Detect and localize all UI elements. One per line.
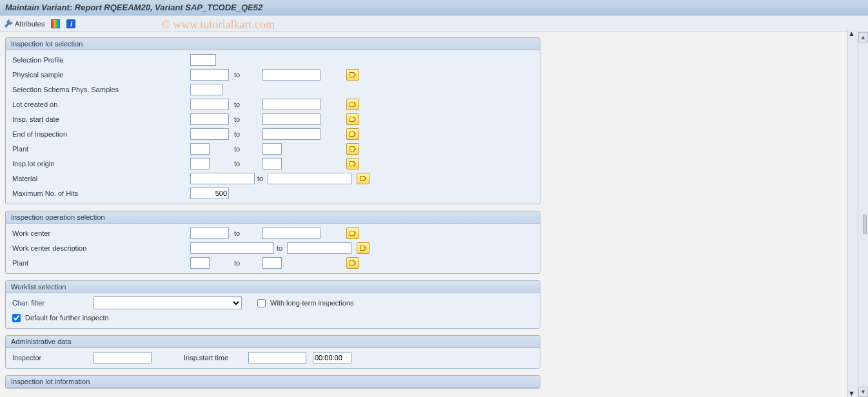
group-worklist: Worklist selection Char. filter With lon… — [5, 280, 540, 329]
label-insp-lot-origin: Insp.lot origin — [10, 160, 158, 168]
group-title: Inspection lot information — [6, 376, 540, 388]
input-plant-to[interactable] — [262, 143, 282, 155]
input-inspector[interactable] — [94, 352, 152, 363]
input-max-hits[interactable] — [190, 188, 229, 199]
group-title: Administrative data — [6, 336, 540, 348]
input-insp-start-from[interactable] — [190, 113, 229, 125]
input-selection-profile[interactable] — [190, 54, 216, 66]
input-end-insp-to[interactable] — [262, 128, 321, 140]
multi-select-button[interactable] — [346, 158, 359, 169]
label-physical-sample: Physical sample — [10, 71, 158, 79]
to-label: to — [229, 229, 262, 237]
label-insp-start-time: Insp.start time — [184, 354, 248, 362]
input-insp-start-time-1[interactable] — [248, 352, 306, 363]
color-legend-icon[interactable] — [51, 19, 60, 28]
page-title: Maintain Variant: Report RQEEAM20, Varia… — [5, 3, 262, 12]
input-end-insp-from[interactable] — [190, 128, 229, 140]
input-physical-sample-from[interactable] — [190, 69, 229, 81]
input-plant-from[interactable] — [190, 143, 210, 155]
right-pane: ▲ ▼ — [540, 32, 868, 397]
label-lot-created-on: Lot created on — [10, 101, 158, 108]
multi-select-button[interactable] — [357, 173, 370, 184]
input-lot-created-to[interactable] — [262, 99, 321, 110]
multi-select-button[interactable] — [346, 228, 359, 239]
title-bar: Maintain Variant: Report RQEEAM20, Varia… — [0, 0, 868, 15]
label-work-center: Work center — [10, 229, 158, 237]
checkbox-default-further[interactable] — [12, 314, 21, 322]
group-lot-info: Inspection lot information — [5, 375, 540, 389]
multi-select-button[interactable] — [346, 113, 359, 125]
scroll-grip[interactable] — [863, 215, 867, 234]
to-label: to — [229, 101, 262, 108]
group-admin: Administrative data Inspector Insp.start… — [5, 335, 540, 369]
checkbox-long-term[interactable] — [257, 299, 266, 307]
info-icon[interactable]: i — [66, 19, 75, 28]
group-inspection-lot: Inspection lot selection Selection Profi… — [5, 37, 540, 204]
inner-scrollbar[interactable]: ▲ ▼ — [847, 30, 858, 397]
multi-select-button[interactable] — [346, 143, 359, 155]
select-char-filter[interactable] — [94, 296, 242, 309]
to-label: to — [255, 175, 268, 182]
to-label: to — [274, 244, 287, 252]
input-physical-sample-to[interactable] — [262, 69, 321, 81]
outer-scrollbar[interactable]: ▲ ▼ — [858, 32, 868, 397]
input-work-center-from[interactable] — [190, 228, 229, 239]
main-content: Inspection lot selection Selection Profi… — [0, 32, 540, 397]
label-inspector: Inspector — [10, 354, 94, 362]
group-title: Inspection lot selection — [6, 38, 540, 50]
input-insp-start-time-2[interactable] — [313, 352, 351, 363]
group-title: Inspection operation selection — [6, 211, 540, 224]
label-default-further: Default for further inspectn — [25, 314, 109, 322]
wrench-icon — [4, 19, 13, 28]
scroll-up-icon[interactable]: ▲ — [848, 30, 858, 37]
label-insp-start-date: Insp. start date — [10, 115, 158, 123]
input-insp-start-to[interactable] — [262, 113, 321, 125]
input-material-to[interactable] — [268, 173, 351, 184]
to-label: to — [229, 115, 262, 123]
toolbar: Attributes i — [0, 15, 868, 32]
multi-select-button[interactable] — [346, 257, 359, 269]
to-label: to — [229, 130, 262, 138]
label-selection-profile: Selection Profile — [10, 56, 158, 64]
input-origin-to[interactable] — [262, 158, 282, 169]
scroll-down-icon[interactable]: ▼ — [848, 389, 858, 397]
input-selection-schema[interactable] — [190, 84, 222, 95]
label-plant-op: Plant — [10, 259, 158, 267]
label-end-of-inspection: End of Inspection — [10, 130, 158, 138]
input-material-from[interactable] — [190, 173, 255, 184]
label-max-hits: Maximum No. of Hits — [10, 189, 158, 197]
attributes-label: Attributes — [15, 20, 44, 28]
input-work-center-to[interactable] — [262, 228, 321, 239]
input-plant-op-to[interactable] — [262, 257, 282, 269]
multi-select-button[interactable] — [346, 69, 359, 81]
scroll-down-icon[interactable]: ▼ — [858, 387, 868, 397]
input-work-center-desc-to[interactable] — [287, 242, 351, 254]
input-origin-from[interactable] — [190, 158, 210, 169]
scroll-up-icon[interactable]: ▲ — [858, 32, 868, 43]
label-plant: Plant — [10, 145, 158, 153]
to-label: to — [229, 71, 262, 79]
label-material: Material — [10, 175, 158, 182]
to-label: to — [229, 145, 262, 153]
input-lot-created-from[interactable] — [190, 99, 229, 110]
multi-select-button[interactable] — [346, 128, 359, 140]
input-plant-op-from[interactable] — [190, 257, 210, 269]
label-work-center-desc: Work center description — [10, 244, 158, 252]
label-char-filter: Char. filter — [10, 299, 94, 307]
to-label: to — [229, 160, 262, 168]
group-title: Worklist selection — [6, 281, 540, 293]
to-label: to — [229, 259, 262, 267]
label-long-term: With long-term inspections — [270, 299, 354, 307]
input-work-center-desc-from[interactable] — [190, 242, 274, 254]
multi-select-button[interactable] — [357, 242, 370, 254]
label-selection-schema: Selection Schema Phys. Samples — [10, 86, 158, 93]
attributes-button[interactable]: Attributes — [4, 19, 44, 28]
group-inspection-operation: Inspection operation selection Work cent… — [5, 211, 540, 274]
multi-select-button[interactable] — [346, 99, 359, 110]
